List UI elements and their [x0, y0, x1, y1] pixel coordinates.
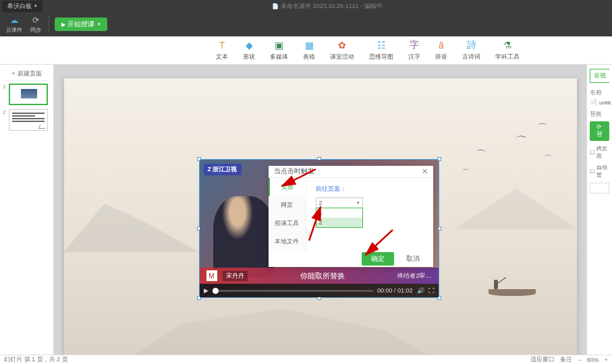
separator [49, 16, 49, 33]
insert-ribbon: T文本 ◆形状 ▣多媒体 ▦表格 ✿课堂活动 ☷思维导图 字汉字 ā拼音 詩古诗… [0, 36, 612, 65]
insert-table-button[interactable]: ▦表格 [303, 39, 315, 61]
caption-text: 你能取所替换 [253, 271, 393, 281]
modal-cancel-button[interactable]: 取消 [401, 252, 425, 266]
slides-panel: 新建页面 1 2 [0, 65, 54, 364]
activity-icon: ✿ [336, 39, 348, 51]
progress-track[interactable] [213, 290, 373, 292]
slide-canvas[interactable]: ︵ ︵ ︵ ︵ ︵ Z 浙江卫视 [64, 78, 577, 364]
notes-button[interactable]: 备注 [560, 355, 572, 364]
file-name: untitl... [590, 99, 609, 106]
insert-text-button[interactable]: T文本 [216, 39, 228, 61]
canvas-area[interactable]: ︵ ︵ ︵ ︵ ︵ Z 浙江卫视 [54, 65, 586, 364]
replace-button[interactable]: 替 [590, 121, 609, 141]
media-icon: ▣ [273, 39, 285, 51]
modal-tab-tool[interactable]: 授课工具 [269, 214, 306, 233]
start-presentation-button[interactable]: 开始授课 [55, 18, 107, 31]
mindmap-button[interactable]: ☷思维导图 [369, 39, 393, 61]
sync-icon: ⟳ [30, 15, 41, 26]
pinyin-icon: ā [435, 39, 447, 51]
annotation-arrow [279, 167, 319, 191]
text-icon: T [216, 39, 228, 51]
slide-thumb-1[interactable]: 1 [3, 84, 51, 105]
hanzi-icon: 字 [408, 39, 420, 51]
main-area: 新建页面 1 2 ︵ ︵ ︵ ︵ ︵ [0, 65, 612, 364]
status-bar: 幻灯片 第 1 页，共 2 页 适应窗口 备注 − 60% + [0, 355, 612, 364]
class-activity-button[interactable]: ✿课堂活动 [330, 39, 354, 61]
poetry-icon: 詩 [466, 39, 478, 51]
annotation-arrow [362, 226, 396, 263]
insert-media-button[interactable]: ▣多媒体 [270, 39, 288, 61]
subject-tools-button[interactable]: ⚗学科工具 [495, 39, 520, 61]
video-time: 00:00 / 01:02 [377, 287, 413, 294]
shape-icon: ◆ [243, 39, 255, 51]
titlebar: 希沃白板 未命名课件 2023.10.26-1121 - 编辑中 [0, 0, 612, 12]
mindmap-icon: ☷ [375, 39, 387, 51]
play-button[interactable]: ▶ [204, 287, 208, 294]
fullscreen-icon[interactable]: ⛶ [428, 287, 435, 294]
goto-page-label: 前往页面： [316, 185, 424, 193]
bird-icon: ︵ [462, 165, 470, 173]
boat-illustration [489, 289, 536, 296]
bird-icon: ︵ [537, 119, 547, 128]
channel-logo: Z 浙江卫视 [204, 164, 242, 175]
svg-line-2 [366, 230, 393, 255]
zoom-in-button[interactable]: + [605, 357, 608, 363]
top-toolbar: ☁ 云课件 ⟳ 同步 开始授课 [0, 12, 612, 36]
document-title: 未命名课件 2023.10.26-1121 - 编辑中 [43, 2, 612, 11]
modal-close-button[interactable]: ✕ [422, 167, 428, 176]
zoom-out-button[interactable]: − [578, 357, 581, 363]
app-menu-button[interactable]: 希沃白板 [2, 1, 43, 12]
progress-thumb[interactable] [213, 288, 219, 294]
cloud-courseware-button[interactable]: ☁ 云课件 [4, 15, 24, 34]
properties-panel: 音视 名称 untitl... 替换 替 跨页面 自动暂 [586, 65, 612, 364]
slide-number: 1 [3, 84, 5, 90]
video-controls: ▶ 00:00 / 01:02 🔊 ⛶ [200, 284, 439, 297]
sync-button[interactable]: ⟳ 同步 [28, 15, 43, 34]
slide-thumb-2[interactable]: 2 [3, 109, 51, 131]
svg-line-0 [282, 169, 316, 186]
caption-icon: M [206, 270, 217, 281]
modal-tab-web[interactable]: 网页 [269, 196, 306, 214]
corner-text: 终结者2审… [397, 272, 431, 280]
caption-bar: M 宋丹丹 你能取所替换 终结者2审… [200, 268, 439, 284]
bird-icon: ︵ [476, 145, 486, 154]
video-person [213, 196, 274, 277]
subject-icon: ⚗ [501, 39, 513, 51]
slider-control[interactable] [590, 183, 609, 193]
bird-icon: ︵ [516, 130, 528, 142]
annotation-arrow [306, 204, 325, 247]
name-label: 名称 [590, 88, 609, 97]
cross-page-checkbox[interactable]: 跨页面 [590, 145, 609, 160]
slide-count-status: 幻灯片 第 1 页，共 2 页 [4, 355, 68, 364]
pinyin-button[interactable]: ā拼音 [435, 39, 447, 61]
new-page-button[interactable]: 新建页面 [3, 67, 51, 81]
modal-footer: 确定 取消 [269, 251, 433, 267]
auto-pause-checkbox[interactable]: 自动暂 [590, 164, 609, 179]
insert-shape-button[interactable]: ◆形状 [243, 39, 255, 61]
fit-window-button[interactable]: 适应窗口 [530, 355, 555, 364]
replace-label: 替换 [590, 110, 609, 119]
cloud-label: 云课件 [6, 26, 22, 34]
panel-tab-audio-video[interactable]: 音视 [590, 69, 609, 83]
sync-label: 同步 [30, 26, 41, 34]
hanzi-button[interactable]: 字汉字 [408, 39, 420, 61]
svg-line-1 [309, 207, 321, 241]
slide-number: 2 [3, 109, 5, 115]
zoom-level: 60% [587, 357, 599, 363]
volume-icon[interactable]: 🔊 [417, 287, 424, 294]
table-icon: ▦ [303, 39, 315, 51]
speaker-name: 宋丹丹 [223, 271, 248, 281]
bird-icon: ︵ [545, 151, 553, 158]
ancient-poetry-button[interactable]: 詩古诗词 [462, 39, 480, 61]
modal-tab-local[interactable]: 本地文件 [269, 233, 306, 251]
cloud-icon: ☁ [9, 15, 20, 26]
